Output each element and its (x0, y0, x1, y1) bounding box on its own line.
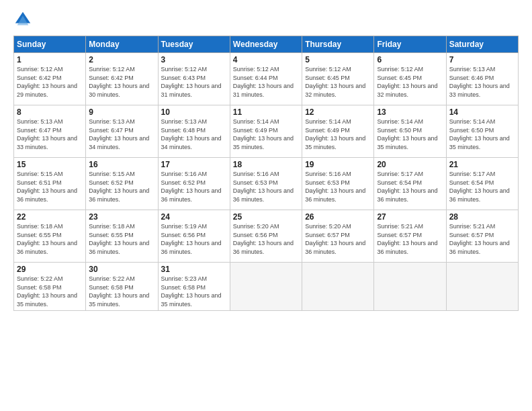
day-info: Sunrise: 5:21 AMSunset: 6:57 PMDaylight:… (449, 223, 510, 255)
day-info: Sunrise: 5:13 AMSunset: 6:47 PMDaylight:… (89, 118, 149, 150)
day-number: 4 (233, 55, 299, 64)
day-number: 10 (161, 107, 227, 117)
day-number: 8 (17, 107, 83, 117)
logo-icon (13, 10, 32, 29)
calendar-header-saturday: Saturday (446, 36, 518, 53)
day-number: 15 (17, 160, 83, 169)
calendar-cell: 23 Sunrise: 5:18 AMSunset: 6:55 PMDaylig… (86, 210, 158, 263)
calendar-cell: 6 Sunrise: 5:12 AMSunset: 6:45 PMDayligh… (374, 53, 446, 105)
day-info: Sunrise: 5:14 AMSunset: 6:50 PMDaylight:… (377, 118, 437, 150)
day-info: Sunrise: 5:12 AMSunset: 6:45 PMDaylight:… (305, 66, 365, 98)
calendar-header-sunday: Sunday (14, 36, 86, 53)
calendar-cell: 5 Sunrise: 5:12 AMSunset: 6:45 PMDayligh… (302, 53, 374, 105)
day-info: Sunrise: 5:17 AMSunset: 6:54 PMDaylight:… (449, 171, 510, 203)
calendar-cell: 4 Sunrise: 5:12 AMSunset: 6:44 PMDayligh… (230, 53, 302, 105)
calendar-header-monday: Monday (86, 36, 158, 53)
day-number: 7 (449, 55, 515, 64)
day-info: Sunrise: 5:15 AMSunset: 6:52 PMDaylight:… (89, 171, 149, 203)
day-info: Sunrise: 5:12 AMSunset: 6:43 PMDaylight:… (161, 66, 222, 98)
calendar-cell (446, 263, 518, 311)
calendar-cell: 21 Sunrise: 5:17 AMSunset: 6:54 PMDaylig… (446, 158, 518, 210)
day-number: 9 (89, 107, 154, 117)
day-number: 24 (161, 212, 227, 222)
day-number: 14 (449, 107, 515, 117)
calendar-cell: 9 Sunrise: 5:13 AMSunset: 6:47 PMDayligh… (86, 105, 158, 158)
calendar-cell: 15 Sunrise: 5:15 AMSunset: 6:51 PMDaylig… (14, 158, 86, 210)
day-number: 2 (89, 55, 154, 64)
day-info: Sunrise: 5:14 AMSunset: 6:49 PMDaylight:… (305, 118, 365, 150)
day-number: 26 (305, 212, 371, 222)
calendar-cell: 16 Sunrise: 5:15 AMSunset: 6:52 PMDaylig… (86, 158, 158, 210)
calendar-cell: 11 Sunrise: 5:14 AMSunset: 6:49 PMDaylig… (230, 105, 302, 158)
day-info: Sunrise: 5:15 AMSunset: 6:51 PMDaylight:… (17, 171, 77, 203)
day-info: Sunrise: 5:16 AMSunset: 6:53 PMDaylight:… (305, 171, 365, 203)
calendar-cell: 18 Sunrise: 5:16 AMSunset: 6:53 PMDaylig… (230, 158, 302, 210)
calendar-cell: 31 Sunrise: 5:23 AMSunset: 6:58 PMDaylig… (158, 263, 230, 311)
calendar-week-row: 8 Sunrise: 5:13 AMSunset: 6:47 PMDayligh… (14, 105, 519, 158)
calendar-header-wednesday: Wednesday (230, 36, 302, 53)
day-number: 28 (449, 212, 515, 222)
day-info: Sunrise: 5:13 AMSunset: 6:46 PMDaylight:… (449, 66, 510, 98)
header (13, 10, 519, 29)
day-info: Sunrise: 5:16 AMSunset: 6:52 PMDaylight:… (161, 171, 222, 203)
calendar-cell: 17 Sunrise: 5:16 AMSunset: 6:52 PMDaylig… (158, 158, 230, 210)
day-number: 1 (17, 55, 83, 64)
calendar-cell (374, 263, 446, 311)
day-number: 21 (449, 160, 515, 169)
day-number: 3 (161, 55, 227, 64)
calendar-header-tuesday: Tuesday (158, 36, 230, 53)
calendar-cell: 2 Sunrise: 5:12 AMSunset: 6:42 PMDayligh… (86, 53, 158, 105)
day-number: 6 (377, 55, 443, 64)
calendar-cell: 13 Sunrise: 5:14 AMSunset: 6:50 PMDaylig… (374, 105, 446, 158)
calendar-cell: 26 Sunrise: 5:20 AMSunset: 6:57 PMDaylig… (302, 210, 374, 263)
calendar-cell: 8 Sunrise: 5:13 AMSunset: 6:47 PMDayligh… (14, 105, 86, 158)
calendar-table: SundayMondayTuesdayWednesdayThursdayFrid… (13, 36, 519, 311)
day-number: 29 (17, 265, 83, 274)
day-info: Sunrise: 5:14 AMSunset: 6:49 PMDaylight:… (233, 118, 294, 150)
day-number: 18 (233, 160, 299, 169)
calendar-cell: 1 Sunrise: 5:12 AMSunset: 6:42 PMDayligh… (14, 53, 86, 105)
day-number: 5 (305, 55, 371, 64)
day-info: Sunrise: 5:12 AMSunset: 6:42 PMDaylight:… (17, 66, 77, 98)
day-info: Sunrise: 5:18 AMSunset: 6:55 PMDaylight:… (17, 223, 77, 255)
calendar-cell: 28 Sunrise: 5:21 AMSunset: 6:57 PMDaylig… (446, 210, 518, 263)
calendar-week-row: 22 Sunrise: 5:18 AMSunset: 6:55 PMDaylig… (14, 210, 519, 263)
calendar-header-thursday: Thursday (302, 36, 374, 53)
day-info: Sunrise: 5:12 AMSunset: 6:44 PMDaylight:… (233, 66, 294, 98)
day-number: 20 (377, 160, 443, 169)
logo (13, 10, 35, 29)
day-number: 22 (17, 212, 83, 222)
calendar-week-row: 29 Sunrise: 5:22 AMSunset: 6:58 PMDaylig… (14, 263, 519, 311)
day-number: 17 (161, 160, 227, 169)
calendar-cell: 20 Sunrise: 5:17 AMSunset: 6:54 PMDaylig… (374, 158, 446, 210)
calendar-cell: 7 Sunrise: 5:13 AMSunset: 6:46 PMDayligh… (446, 53, 518, 105)
calendar-week-row: 1 Sunrise: 5:12 AMSunset: 6:42 PMDayligh… (14, 53, 519, 105)
day-info: Sunrise: 5:21 AMSunset: 6:57 PMDaylight:… (377, 223, 437, 255)
calendar-cell: 29 Sunrise: 5:22 AMSunset: 6:58 PMDaylig… (14, 263, 86, 311)
calendar-cell: 27 Sunrise: 5:21 AMSunset: 6:57 PMDaylig… (374, 210, 446, 263)
day-info: Sunrise: 5:13 AMSunset: 6:48 PMDaylight:… (161, 118, 222, 150)
day-info: Sunrise: 5:14 AMSunset: 6:50 PMDaylight:… (449, 118, 510, 150)
calendar-cell: 25 Sunrise: 5:20 AMSunset: 6:56 PMDaylig… (230, 210, 302, 263)
calendar-cell: 3 Sunrise: 5:12 AMSunset: 6:43 PMDayligh… (158, 53, 230, 105)
calendar-cell: 10 Sunrise: 5:13 AMSunset: 6:48 PMDaylig… (158, 105, 230, 158)
day-info: Sunrise: 5:13 AMSunset: 6:47 PMDaylight:… (17, 118, 77, 150)
day-info: Sunrise: 5:16 AMSunset: 6:53 PMDaylight:… (233, 171, 294, 203)
calendar-header-row: SundayMondayTuesdayWednesdayThursdayFrid… (14, 36, 519, 53)
day-number: 11 (233, 107, 299, 117)
calendar-cell: 12 Sunrise: 5:14 AMSunset: 6:49 PMDaylig… (302, 105, 374, 158)
day-number: 30 (89, 265, 154, 274)
calendar-cell (230, 263, 302, 311)
calendar-cell (302, 263, 374, 311)
day-number: 12 (305, 107, 371, 117)
day-info: Sunrise: 5:22 AMSunset: 6:58 PMDaylight:… (89, 275, 149, 308)
day-info: Sunrise: 5:18 AMSunset: 6:55 PMDaylight:… (89, 223, 149, 255)
day-number: 23 (89, 212, 154, 222)
calendar-cell: 19 Sunrise: 5:16 AMSunset: 6:53 PMDaylig… (302, 158, 374, 210)
day-info: Sunrise: 5:12 AMSunset: 6:42 PMDaylight:… (89, 66, 149, 98)
calendar-week-row: 15 Sunrise: 5:15 AMSunset: 6:51 PMDaylig… (14, 158, 519, 210)
day-info: Sunrise: 5:12 AMSunset: 6:45 PMDaylight:… (377, 66, 437, 98)
day-number: 27 (377, 212, 443, 222)
day-number: 31 (161, 265, 227, 274)
day-number: 25 (233, 212, 299, 222)
